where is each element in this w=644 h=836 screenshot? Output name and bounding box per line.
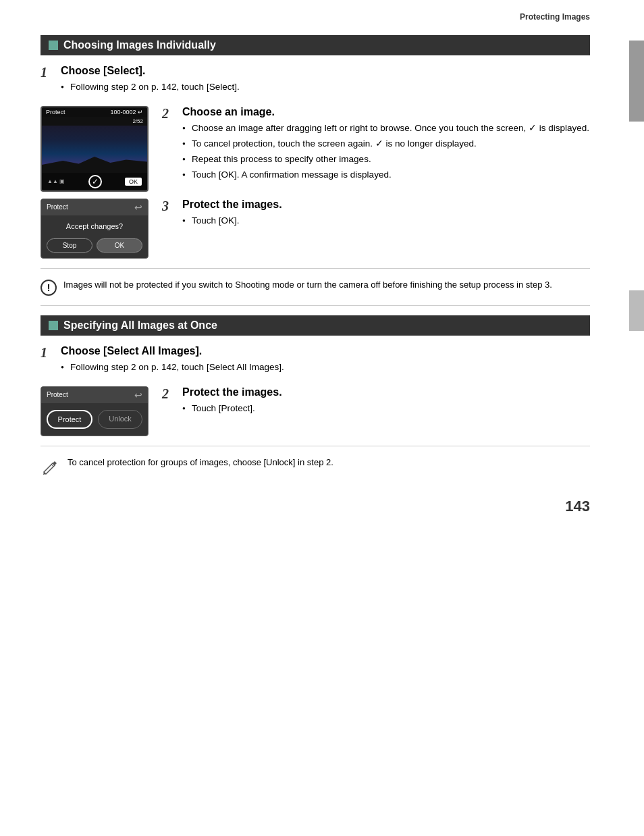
dialog-buttons: Stop OK [41, 236, 148, 258]
dialog-title: Protect [47, 203, 68, 211]
section2-title: Specifying All Images at Once [63, 319, 217, 332]
protect-dialog-title-bar: Protect ↩ [41, 387, 148, 403]
sec2-step1-title: Choose [Select All Images]. [61, 345, 590, 357]
step2-bullet1: Choose an image after dragging left or r… [182, 122, 589, 135]
step3-content: Protect the images. Touch [OK]. [182, 199, 282, 230]
protect-dialog-title: Protect [47, 391, 68, 398]
accept-dialog-mockup: Protect ↩ Accept changes? Stop OK [41, 199, 149, 259]
section2-step1: 1 Choose [Select All Images]. Following … [41, 345, 590, 377]
step2-bullet3: Repeat this process to specify other ima… [182, 153, 589, 166]
check-circle: ✓ [88, 175, 102, 188]
section1-step2-row: Protect 100-0002 ↵ 2/52 ▲▲ ▣ ✓ OK 2 [41, 106, 590, 192]
dialog-message: Accept changes? [66, 222, 123, 230]
section2-step2-row: Protect ↩ Protect Unlock 2 Protect the i… [41, 386, 590, 436]
camera-screen-mockup: Protect 100-0002 ↵ 2/52 ▲▲ ▣ ✓ OK [41, 106, 149, 192]
section2-header: Specifying All Images at Once [41, 315, 590, 336]
step2-bullets: Choose an image after dragging left or r… [182, 122, 589, 182]
sec2-step2-title: Protect the images. [182, 386, 282, 398]
page-number-value: 143 [565, 498, 590, 515]
step2-bullet4: Touch [OK]. A confirmation message is di… [182, 169, 589, 182]
sec2-step2-wrapper: 2 Protect the images. Touch [Protect]. [162, 386, 282, 418]
note-box: To cancel protection for groups of image… [41, 456, 590, 477]
protect-dialog-mockup: Protect ↩ Protect Unlock [41, 386, 149, 436]
screen-label: Protect [46, 109, 65, 115]
sec2-step1-bullet1: Following step 2 on p. 142, touch [Selec… [61, 361, 590, 374]
page-header: Protecting Images [0, 0, 644, 28]
right-tab2-decoration [629, 290, 644, 331]
screen-bottom-bar: ▲▲ ▣ ✓ OK [42, 173, 147, 190]
sec2-step2-number: 2 [162, 386, 182, 402]
screen-count-bar: 2/52 [42, 117, 147, 126]
dialog-ok-button[interactable]: OK [97, 238, 142, 253]
step1-content: Choose [Select]. Following step 2 on p. … [61, 65, 590, 97]
step2-bullet2: To cancel protection, touch the screen a… [182, 138, 589, 151]
protect-button[interactable]: Protect [47, 410, 92, 429]
section1-icon [49, 41, 58, 50]
svg-line-0 [51, 465, 53, 467]
step3-wrapper: 3 Protect the images. Touch [OK]. [162, 199, 282, 230]
note-content: To cancel protection for groups of image… [68, 457, 333, 467]
sec2-step1-number: 1 [41, 345, 61, 361]
step1-bullets: Following step 2 on p. 142, touch [Selec… [61, 81, 590, 94]
unlock-button[interactable]: Unlock [98, 410, 142, 429]
sec2-step1-content: Choose [Select All Images]. Following st… [61, 345, 590, 377]
notice-text: Images will not be protected if you swit… [63, 278, 552, 292]
step2-wrapper: 2 Choose an image. Choose an image after… [162, 106, 589, 184]
step1-title: Choose [Select]. [61, 65, 590, 77]
step3-number: 3 [162, 199, 182, 214]
page-number: 143 [0, 484, 644, 529]
section1-title: Choosing Images Individually [63, 39, 216, 51]
sec2-step2-bullets: Touch [Protect]. [182, 402, 282, 415]
screen-icons: ▲▲ ▣ [47, 178, 65, 184]
sec2-step2-content: Protect the images. Touch [Protect]. [182, 386, 282, 418]
notice-content: Images will not be protected if you swit… [63, 280, 552, 290]
divider2 [41, 305, 590, 306]
step3-bullets: Touch [OK]. [182, 215, 282, 228]
dialog-body: Accept changes? [41, 215, 148, 236]
section2-icon [49, 321, 58, 330]
step2-number: 2 [162, 106, 182, 122]
step3-bullet1: Touch [OK]. [182, 215, 282, 228]
step2-title: Choose an image. [182, 106, 589, 118]
step1-number: 1 [41, 65, 61, 80]
screen-ok-button: OK [125, 178, 142, 186]
screen-counter: 100-0002 ↵ [110, 109, 143, 115]
right-tab-decoration [629, 41, 644, 122]
step3-title: Protect the images. [182, 199, 282, 211]
notice-box: ! Images will not be protected if you sw… [41, 278, 590, 296]
section1-header: Choosing Images Individually [41, 35, 590, 55]
screen-image-count: 2/52 [132, 118, 143, 124]
notice-icon: ! [41, 280, 57, 296]
divider1 [41, 268, 590, 269]
protect-back-arrow-icon: ↩ [134, 390, 142, 400]
pencil-icon [41, 457, 61, 477]
landscape-silhouette [42, 153, 147, 173]
screen-image-area [42, 126, 147, 173]
dialog-stop-button[interactable]: Stop [47, 238, 92, 253]
step2-content: Choose an image. Choose an image after d… [182, 106, 589, 184]
sec2-step1-bullets: Following step 2 on p. 142, touch [Selec… [61, 361, 590, 374]
section1-step1: 1 Choose [Select]. Following step 2 on p… [41, 65, 590, 97]
header-title: Protecting Images [520, 12, 590, 22]
sec2-step2-bullet1: Touch [Protect]. [182, 402, 282, 415]
note-text: To cancel protection for groups of image… [68, 456, 333, 469]
protect-dialog-buttons: Protect Unlock [41, 403, 148, 436]
screen-top-bar: Protect 100-0002 ↵ [42, 107, 147, 117]
section1-step3-row: Protect ↩ Accept changes? Stop OK 3 Prot… [41, 199, 590, 259]
divider3 [41, 446, 590, 446]
step1-bullet1: Following step 2 on p. 142, touch [Selec… [61, 81, 590, 94]
back-arrow-icon: ↩ [134, 202, 142, 213]
dialog-title-bar: Protect ↩ [41, 199, 148, 215]
